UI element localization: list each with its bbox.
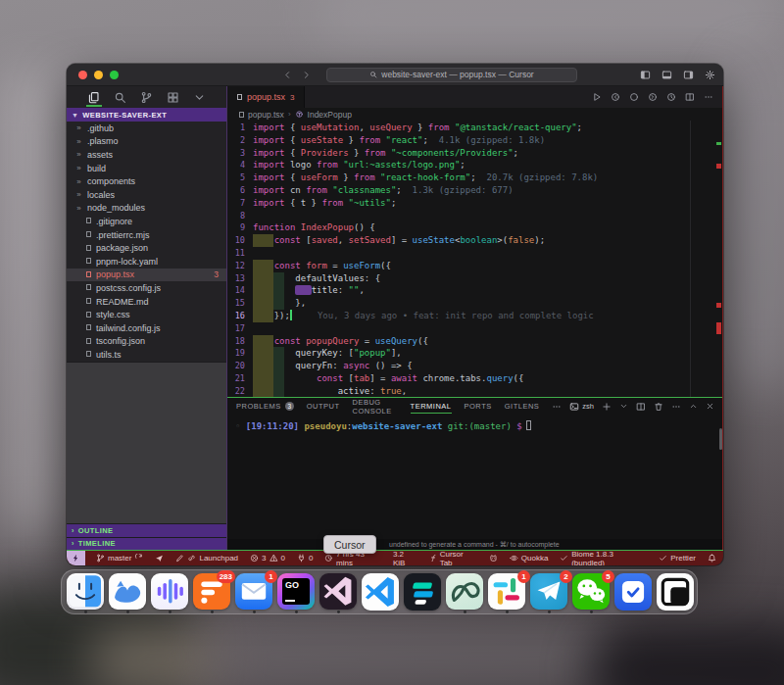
chevron-down-icon[interactable] [191, 87, 209, 107]
code-line-9[interactable]: 9function IndexPopup() { [227, 221, 723, 234]
tree-item-node_modules[interactable]: »node_modules [67, 202, 226, 216]
finder-icon[interactable] [67, 573, 104, 610]
dock-item-warp[interactable] [404, 573, 441, 613]
tree-item-assets[interactable]: »assets [67, 148, 226, 162]
terminal[interactable]: ◦ [19:11:20] pseudoyu:website-saver-ext … [227, 415, 723, 539]
status-formatter[interactable] [428, 551, 439, 565]
split-terminal-icon[interactable] [636, 402, 646, 412]
maximize-panel-icon[interactable] [689, 402, 698, 411]
dock-item-chat-app[interactable] [446, 573, 483, 613]
gear-icon[interactable] [705, 70, 715, 80]
code-line-7[interactable]: 7import { t } from "~utils"; [227, 197, 723, 210]
goland-icon[interactable]: GO [277, 573, 315, 610]
panel-more-icon[interactable] [552, 402, 562, 412]
dock-item-fox-app[interactable] [109, 573, 146, 613]
code-line-16[interactable]: 16 });You, 3 days ago • feat: init repo … [227, 310, 723, 322]
status-prettier[interactable]: Prettier [658, 551, 697, 565]
panel-tab-problems[interactable]: PROBLEMS3 [236, 398, 294, 415]
nav-forward-icon[interactable] [648, 92, 658, 102]
zoom-button[interactable] [110, 71, 119, 79]
section-timeline[interactable]: ›TIMELINE [67, 537, 226, 551]
dock-item-wechat[interactable]: 5 [572, 573, 610, 613]
dock-item-finder[interactable] [67, 573, 104, 613]
code-line-22[interactable]: 22 active: true, [227, 385, 723, 397]
new-terminal-icon[interactable] [602, 402, 612, 412]
toggle-left-panel-icon[interactable] [640, 70, 651, 80]
code-line-12[interactable]: 12 const form = useForm({ [227, 260, 723, 272]
dock-item-cursor[interactable] [319, 573, 357, 613]
breadcrumb-symbol[interactable]: IndexPopup [308, 110, 352, 120]
forward-arrow-icon[interactable] [302, 71, 311, 79]
code-line-20[interactable]: 20 queryFn: async () => { [227, 360, 723, 372]
tree-item-package.json[interactable]: package.json [67, 241, 226, 255]
code-line-11[interactable]: 11 [227, 247, 723, 260]
more-actions-icon[interactable] [704, 92, 713, 102]
panel-tab-gitlens[interactable]: GITLENS [505, 398, 540, 415]
titlebar[interactable]: website-saver-ext — popup.tsx — Cursor [67, 64, 723, 86]
tab-popup-tsx[interactable]: popup.tsx 3 [227, 86, 305, 108]
dock-item-mail[interactable]: 1 [235, 573, 272, 613]
circle-icon[interactable] [629, 92, 639, 102]
tree-item-tailwind.config.js[interactable]: tailwind.config.js [67, 321, 226, 335]
code-line-6[interactable]: 6import cn from "classnames"; 1.3k (gzip… [227, 184, 723, 197]
dock-item-notes-app[interactable] [657, 573, 694, 613]
notes-app-icon[interactable] [657, 573, 694, 611]
shell-selector[interactable]: zsh [569, 402, 594, 412]
tree-item-utils.ts[interactable]: utils.ts [67, 348, 226, 362]
tree-item-postcss.config.js[interactable]: postcss.config.js [67, 281, 226, 295]
panel-tab-output[interactable]: OUTPUT [307, 398, 340, 415]
status-publish[interactable] [154, 551, 165, 565]
dock-item-vscode[interactable] [362, 573, 399, 613]
tree-item-build[interactable]: »build [67, 162, 226, 175]
dock-item-things[interactable] [614, 573, 652, 613]
tree-item-.gitignore[interactable]: .gitignore [67, 215, 226, 228]
things-icon[interactable] [614, 573, 652, 611]
code-line-5[interactable]: 5import { useForm } from "react-hook-for… [227, 171, 723, 184]
code-line-19[interactable]: 19 queryKey: ["popup"], [227, 347, 723, 360]
status-ports[interactable]: 0 [296, 551, 314, 565]
tree-item-style.css[interactable]: style.css [67, 308, 226, 321]
panel-tab-terminal[interactable]: TERMINAL [411, 398, 452, 415]
explorer-icon[interactable] [85, 87, 103, 107]
panel-more-icon[interactable] [671, 402, 681, 412]
dock-item-reader-app[interactable]: 283 [193, 573, 230, 613]
dock-item-goland[interactable]: GO [277, 573, 315, 613]
tree-item-.github[interactable]: ».github [67, 122, 226, 135]
kill-terminal-icon[interactable] [654, 402, 663, 412]
source-control-icon[interactable] [138, 87, 156, 107]
overview-ruler[interactable] [716, 121, 721, 397]
audio-app-icon[interactable] [151, 573, 188, 610]
dock-item-telegram[interactable]: 2 [530, 573, 567, 613]
breadcrumb-file[interactable]: popup.tsx [248, 110, 284, 120]
status-biome[interactable]: Biome 1.8.3 (bundled) [559, 551, 648, 565]
back-arrow-icon[interactable] [283, 71, 292, 79]
vscode-icon[interactable] [362, 573, 399, 611]
breadcrumb[interactable]: popup.tsx › IndexPopup [227, 108, 723, 121]
tree-item-popup.tsx[interactable]: popup.tsx3 [67, 269, 226, 282]
history-icon[interactable] [666, 92, 676, 102]
panel-tab-debug-console[interactable]: DEBUG CONSOLE [353, 398, 398, 415]
split-editor-icon[interactable] [685, 92, 695, 102]
code-line-8[interactable]: 8 [227, 210, 723, 222]
status-launchpad[interactable]: Launchpad [174, 551, 239, 565]
toggle-right-panel-icon[interactable] [683, 70, 694, 80]
code-line-1[interactable]: 1import { useMutation, useQuery } from "… [227, 122, 723, 134]
status-problems[interactable]: 30 [249, 551, 286, 565]
section-outline[interactable]: ›OUTLINE [67, 523, 226, 537]
fox-app-icon[interactable] [109, 573, 146, 610]
status-copilot[interactable] [488, 551, 499, 565]
close-panel-icon[interactable] [706, 402, 714, 411]
search-view-icon[interactable] [112, 87, 129, 107]
minimize-button[interactable] [94, 71, 103, 79]
code-line-13[interactable]: 13 defaultValues: { [227, 272, 723, 285]
close-button[interactable] [78, 71, 87, 79]
tree-item-.prettierrc.mjs[interactable]: .prettierrc.mjs [67, 228, 226, 242]
code-editor[interactable]: 1import { useMutation, useQuery } from "… [227, 121, 723, 397]
status-cursor-tab[interactable]: Cursor Tab [439, 551, 478, 565]
code-line-18[interactable]: 18 const popupQuery = useQuery({ [227, 335, 723, 348]
status-notifications[interactable] [707, 551, 717, 565]
warp-icon[interactable] [404, 573, 441, 611]
project-header[interactable]: ▼ WEBSITE-SAVER-EXT [67, 108, 226, 122]
code-line-17[interactable]: 17 [227, 322, 723, 335]
status-quokka[interactable]: Quokka [509, 551, 550, 565]
